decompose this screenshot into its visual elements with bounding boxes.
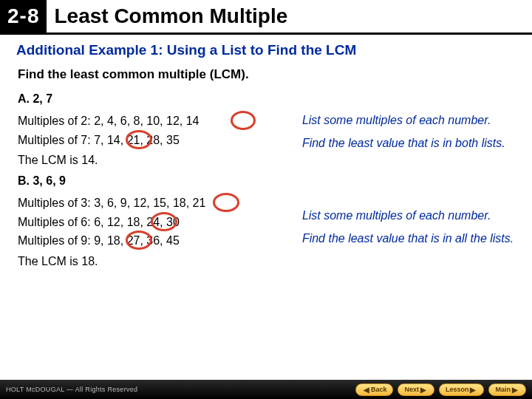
part-b-left: Multiples of 3: 3, 6, 9, 12, 15, 18, 21 …: [18, 192, 286, 273]
back-button[interactable]: ◀Back: [355, 383, 394, 396]
next-label: Next: [404, 386, 419, 393]
slide-header: 2-8 Least Common Multiple: [0, 0, 532, 35]
part-a-left: Multiples of 2: 2, 4, 6, 8, 10, 12, 14 M…: [18, 110, 286, 171]
part-a-row: Multiples of 2: 2, 4, 6, 8, 10, 12, 14 M…: [18, 110, 514, 171]
part-a-multiples-7: Multiples of 7: 7, 14, 21, 28, 35: [18, 132, 286, 149]
slide: 2-8 Least Common Multiple Additional Exa…: [0, 0, 532, 399]
part-b-row: Multiples of 3: 3, 6, 9, 12, 15, 18, 21 …: [18, 192, 514, 273]
part-b-hints: List some multiples of each number. Find…: [286, 192, 514, 254]
circle-icon: [213, 193, 239, 212]
content-area: A. 2, 7 Multiples of 2: 2, 4, 6, 8, 10, …: [0, 89, 532, 380]
lesson-title: Least Common Multiple: [47, 1, 532, 31]
circle-icon: [231, 111, 256, 130]
chevron-left-icon: ◀: [364, 386, 369, 394]
chevron-right-icon: ▶: [470, 386, 476, 394]
part-b-line3-text: Multiples of 9: 9, 18, 27, 36, 45: [18, 234, 180, 247]
part-b-multiples-6: Multiples of 6: 6, 12, 18, 24, 30: [18, 214, 286, 231]
part-b-line1-text: Multiples of 3: 3, 6, 9, 12, 15, 18, 21: [18, 197, 205, 209]
part-a-label: A. 2, 7: [18, 92, 514, 106]
part-a-line2-text: Multiples of 7: 7, 14, 21, 28, 35: [18, 134, 180, 146]
part-b-hint2: Find the least value that is in all the …: [302, 231, 514, 247]
part-a-result: The LCM is 14.: [18, 154, 286, 167]
part-b-hint1: List some multiples of each number.: [302, 208, 514, 224]
back-label: Back: [371, 386, 387, 393]
part-b-result: The LCM is 18.: [18, 255, 286, 268]
main-button[interactable]: Main▶: [488, 383, 526, 396]
brand-text: HOLT McDOUGAL — All Rights Reserved: [6, 386, 351, 393]
next-button[interactable]: Next▶: [398, 383, 434, 396]
main-label: Main: [495, 386, 511, 393]
chevron-right-icon: ▶: [512, 386, 518, 394]
part-a-line1-text: Multiples of 2: 2, 4, 6, 8, 10, 12, 14: [18, 115, 199, 127]
part-b-line2-text: Multiples of 6: 6, 12, 18, 24, 30: [18, 216, 180, 228]
part-a-hint1: List some multiples of each number.: [302, 113, 514, 129]
chevron-right-icon: ▶: [420, 386, 426, 394]
lesson-number: 2-8: [0, 0, 47, 33]
footer-bar: HOLT McDOUGAL — All Rights Reserved ◀Bac…: [0, 380, 532, 399]
part-b-label: B. 3, 6, 9: [18, 174, 514, 188]
example-subtitle: Additional Example 1: Using a List to Fi…: [0, 35, 532, 63]
part-b-multiples-9: Multiples of 9: 9, 18, 27, 36, 45: [18, 233, 286, 249]
part-a-hints: List some multiples of each number. Find…: [286, 110, 514, 159]
part-a-hint2: Find the least value that is in both lis…: [302, 136, 514, 151]
part-a-multiples-2: Multiples of 2: 2, 4, 6, 8, 10, 12, 14: [18, 113, 286, 129]
part-b-multiples-3: Multiples of 3: 3, 6, 9, 12, 15, 18, 21: [18, 195, 286, 211]
lesson-button[interactable]: Lesson▶: [439, 383, 485, 396]
instruction-text: Find the least common multiple (LCM).: [0, 63, 532, 89]
lesson-label: Lesson: [446, 386, 469, 393]
